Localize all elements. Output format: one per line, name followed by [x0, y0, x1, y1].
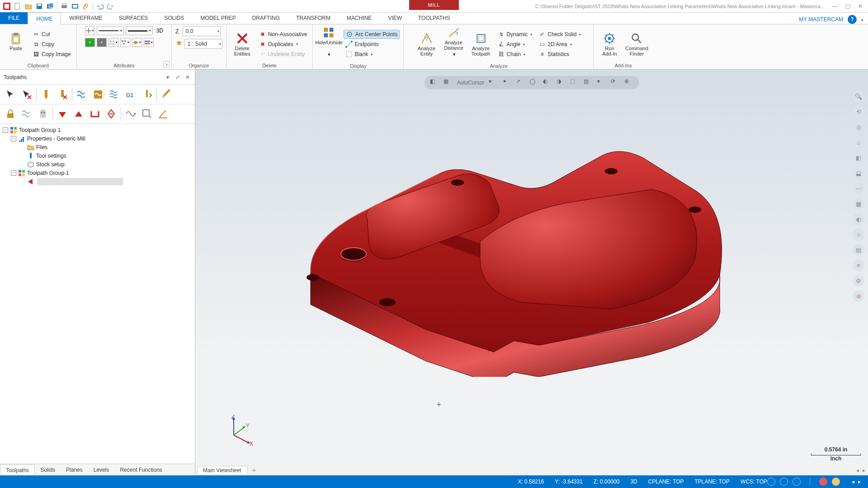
dynamic-button[interactable]: ↯Dynamic▾	[496, 30, 534, 39]
tree-row-tool-settings[interactable]: Tool settings	[1, 151, 194, 160]
minimize-icon[interactable]: —	[832, 3, 838, 9]
chain-button[interactable]: ⛓Chain▾	[496, 50, 534, 59]
tree-row-group-1[interactable]: −Toolpath Group-1	[1, 169, 194, 177]
status-globe3-icon[interactable]	[793, 478, 801, 486]
g1-button[interactable]: G1	[123, 87, 138, 102]
duplicates-button[interactable]: ✖Duplicates▾	[257, 40, 309, 49]
rv-gear-icon[interactable]: ⚙	[853, 275, 864, 286]
remove-tool-icon[interactable]	[55, 87, 70, 102]
angle-button[interactable]: ∠Angle▾	[496, 40, 534, 49]
tree-row-files[interactable]: Files	[1, 143, 194, 151]
analyze-entity-button[interactable]: ?Analyze Entity	[415, 32, 439, 56]
ft-icon[interactable]: ⟳	[611, 78, 620, 87]
select-cancel-icon[interactable]	[19, 87, 34, 102]
status-globe-icon[interactable]	[767, 478, 775, 486]
tab-solids[interactable]: SOLIDS	[156, 12, 192, 24]
rv-cube-icon[interactable]: ◧	[853, 152, 864, 164]
delete-entities-button[interactable]: Delete Entities	[230, 32, 255, 56]
pattern-combo[interactable]: ▾	[108, 38, 118, 47]
ft-icon[interactable]: ◧	[430, 78, 439, 87]
rv-axis-icon[interactable]: ⊹	[853, 229, 864, 240]
tab-model-prep[interactable]: MODEL PREP	[192, 12, 244, 24]
check-solid-button[interactable]: ✔Check Solid▾	[537, 30, 583, 39]
my-mastercam-link[interactable]: MY MASTERCAM	[799, 16, 843, 23]
rv-section-icon[interactable]: ⬓	[853, 167, 864, 179]
color2-combo[interactable]: ▾	[97, 38, 107, 47]
shading-combo[interactable]: ▾	[144, 38, 154, 47]
collapse-ribbon-icon[interactable]: ▴	[861, 17, 863, 22]
paste-button[interactable]: Paste	[4, 32, 28, 56]
ft-icon[interactable]: ✦	[502, 78, 511, 87]
point-style-combo[interactable]: ▾	[85, 26, 95, 35]
tab-wireframe[interactable]: WIREFRAME	[61, 12, 110, 24]
qat-new-icon[interactable]	[13, 1, 23, 11]
endpoints-button[interactable]: Endpoints	[344, 40, 400, 49]
waves-icon[interactable]	[19, 106, 34, 122]
status-wcs[interactable]: WCS: TOP	[741, 479, 767, 485]
qat-print-icon[interactable]	[59, 1, 69, 11]
tab-home[interactable]: HOME	[28, 13, 61, 24]
qat-screenshot-icon[interactable]	[70, 1, 80, 11]
tree-row-insert-point[interactable]	[1, 177, 194, 186]
status-scroll-right[interactable]: ▸	[857, 479, 862, 485]
blank-button[interactable]: Blank▾	[344, 50, 400, 59]
arc-center-points-button[interactable]: Arc Center Points	[344, 30, 400, 39]
collapse-icon[interactable]: −	[3, 127, 8, 133]
ft-icon[interactable]: ◑	[557, 78, 566, 87]
command-finder-button[interactable]: Command Finder	[624, 32, 649, 56]
copy-image-button[interactable]: 🖼Copy Image	[31, 50, 73, 59]
rv-shade-icon[interactable]: ◐	[853, 213, 864, 225]
cut-button[interactable]: ✂Cut	[31, 30, 73, 39]
rv-zoom-icon[interactable]: 🔍	[853, 90, 864, 102]
floating-selection-toolbar[interactable]: ◧ ▦ AutoCursor▾ ✦ ↗ ◯ ◐ ◑ ⬚ ▤ ▾ ⟳ ⊕	[425, 76, 639, 89]
status-scroll-left[interactable]: ◂	[851, 479, 855, 485]
panel-tab-recent[interactable]: Recent Functions	[114, 465, 167, 475]
qat-attach-icon[interactable]	[81, 1, 91, 11]
box-plus-icon[interactable]	[139, 106, 155, 122]
status-tplane[interactable]: TPLANE: TOP	[695, 479, 730, 485]
copy-button[interactable]: ⧉Copy	[31, 40, 73, 49]
help-icon[interactable]: ?	[848, 15, 857, 24]
area-2d-button[interactable]: ▭2D Area▾	[537, 40, 583, 49]
wavy-icon[interactable]	[74, 87, 90, 102]
ft-icon[interactable]: ↗	[516, 78, 525, 87]
statistics-button[interactable]: ≡Statistics	[537, 50, 583, 59]
panel-pin-icon[interactable]: ⤢	[174, 74, 181, 80]
up-red-icon[interactable]	[71, 106, 86, 122]
z-value-input[interactable]: 0.0▾	[183, 26, 221, 36]
line-style-combo[interactable]: ▾	[97, 26, 124, 35]
diamond-red-icon[interactable]	[104, 106, 119, 122]
ft-icon[interactable]: ▤	[584, 78, 593, 87]
select-arrow-icon[interactable]	[3, 87, 18, 102]
maximize-icon[interactable]: ▢	[844, 3, 851, 9]
material-combo[interactable]: ▾	[132, 38, 142, 47]
bracket-red-icon[interactable]	[87, 106, 103, 122]
tree-row-stock[interactable]: Stock setup	[1, 160, 194, 169]
mode-2d3d-toggle[interactable]: 3D	[156, 28, 163, 34]
run-addin-button[interactable]: Run Add-In	[597, 32, 622, 56]
box-wavy-icon[interactable]	[90, 87, 106, 102]
down-red-icon[interactable]	[55, 106, 70, 122]
tree-row-group1[interactable]: −Toolpath Group 1	[1, 126, 194, 134]
status-cplane[interactable]: CPLANE: TOP	[648, 479, 684, 485]
ft-icon[interactable]: ◐	[543, 78, 552, 87]
rv-target-icon[interactable]: ◎	[853, 121, 864, 133]
sine-arrow-icon[interactable]	[123, 106, 138, 122]
hide-unhide-button[interactable]: Hide/Unhide ▾	[316, 26, 341, 62]
line-width-combo[interactable]: ▾	[126, 26, 153, 35]
qat-save-icon[interactable]	[34, 1, 44, 11]
panel-tab-toolpaths[interactable]: Toolpaths	[0, 465, 35, 475]
qat-open-icon[interactable]	[24, 1, 33, 11]
lock-icon[interactable]	[3, 106, 18, 122]
analyze-distance-button[interactable]: ?Analyze Distance▾	[442, 26, 466, 62]
analyze-toolpath-button[interactable]: Analyze Toolpath	[469, 32, 493, 56]
close-icon[interactable]: ✕	[857, 3, 863, 9]
toolpath-tree[interactable]: −Toolpath Group 1 −Properties - Generic …	[0, 124, 195, 464]
rv-rotate-icon[interactable]: ⟲	[853, 106, 864, 117]
panel-dropdown-icon[interactable]: ▾	[164, 74, 171, 80]
status-dot1-icon[interactable]	[819, 478, 827, 486]
tree-row-properties[interactable]: −Properties - Generic Mill	[1, 134, 194, 143]
tab-drafting[interactable]: DRAFTING	[244, 12, 288, 24]
status-dot2-icon[interactable]	[832, 478, 840, 486]
tab-machine[interactable]: MACHINE	[339, 12, 380, 24]
